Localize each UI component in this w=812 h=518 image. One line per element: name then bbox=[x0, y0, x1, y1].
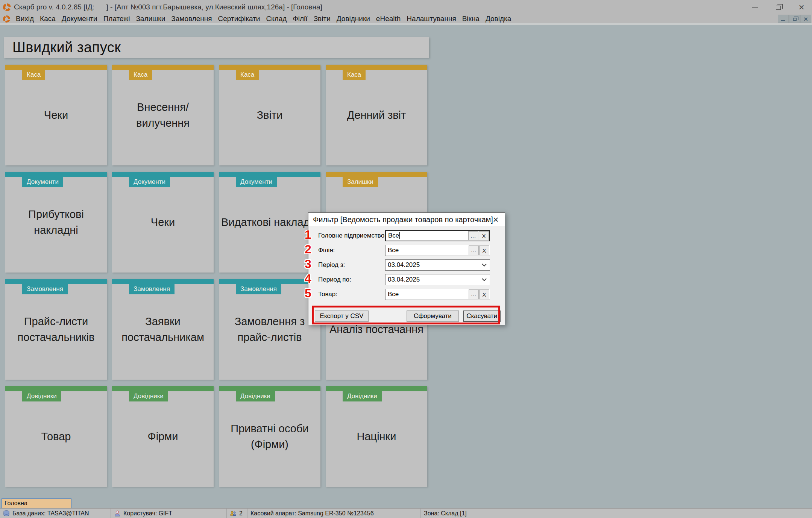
lookup-more-button[interactable]: ... bbox=[468, 231, 478, 240]
quick-launch-tile[interactable]: Документи Прибуткові накладні bbox=[5, 172, 107, 273]
mdi-restore-icon[interactable] bbox=[789, 15, 800, 23]
status-user-text: Користувач: GIFT bbox=[123, 510, 172, 517]
field-value[interactable]: Все bbox=[386, 245, 469, 256]
lookup-clear-button[interactable]: X bbox=[479, 289, 489, 299]
page-title: Швидкий запуск bbox=[4, 37, 429, 58]
dialog-title: Фильтр [Ведомость продажи товаров по кар… bbox=[308, 215, 493, 224]
quick-launch-tile[interactable]: Каса Внесення/вилучення bbox=[112, 65, 214, 165]
field-input[interactable]: Все ... X bbox=[385, 245, 490, 256]
lookup-clear-button[interactable]: X bbox=[479, 231, 489, 240]
field-input[interactable]: Все ... X bbox=[385, 289, 490, 300]
field-label: Товар: bbox=[318, 289, 337, 300]
tile-label: Прайс-листи постачальників bbox=[5, 279, 107, 380]
tile-label: Фірми bbox=[112, 386, 214, 487]
quick-launch-tile[interactable]: Каса Звіти bbox=[219, 65, 320, 165]
tile-label: Денний звіт bbox=[326, 65, 427, 165]
restore-icon[interactable] bbox=[773, 2, 783, 12]
mdi-close-icon[interactable]: × bbox=[800, 15, 811, 23]
status-cash-register: Касовий апарат: Samsung ER-350 №123456 bbox=[247, 509, 420, 518]
generate-button[interactable]: Сформувати bbox=[407, 310, 459, 322]
menu-item[interactable]: Залишки bbox=[133, 15, 168, 23]
menu-item[interactable]: Склад bbox=[263, 15, 290, 23]
quick-launch-tile[interactable]: Каса Денний звіт bbox=[326, 65, 427, 165]
menu-item[interactable]: Звіти bbox=[311, 15, 334, 23]
status-database-text: База даних: TASA3@TITAN bbox=[12, 510, 89, 517]
minimize-icon[interactable] bbox=[750, 2, 760, 12]
lookup-clear-button[interactable]: X bbox=[479, 245, 489, 255]
lookup-more-button[interactable]: ... bbox=[469, 289, 479, 299]
mdi-child-logo-icon bbox=[3, 15, 10, 23]
dialog-titlebar[interactable]: Фильтр [Ведомость продажи товаров по кар… bbox=[308, 213, 505, 226]
filter-dialog: Фильтр [Ведомость продажи товаров по кар… bbox=[308, 212, 505, 325]
field-value[interactable]: Все bbox=[386, 289, 469, 300]
lookup-more-button[interactable]: ... bbox=[469, 245, 479, 255]
menu-item[interactable]: Вихід bbox=[13, 15, 37, 23]
status-database: База даних: TASA3@TITAN bbox=[0, 509, 111, 518]
menu-item[interactable]: Каса bbox=[37, 15, 59, 23]
app-logo-icon bbox=[3, 3, 11, 11]
quick-launch-tile[interactable]: Документи Чеки bbox=[112, 172, 214, 273]
tile-label: Звіти bbox=[219, 65, 320, 165]
export-csv-button[interactable]: Експорт у CSV bbox=[315, 310, 369, 322]
quick-launch-tile[interactable]: Довідники Приватні особи (Фірми) bbox=[219, 386, 320, 487]
tile-label: Товар bbox=[5, 386, 107, 487]
window-controls: × bbox=[750, 0, 807, 14]
status-zone-text: Зона: Склад [1] bbox=[424, 510, 467, 517]
quick-launch-tile[interactable]: Довідники Товар bbox=[5, 386, 107, 487]
tile-label: Внесення/вилучення bbox=[112, 65, 214, 165]
menu-item[interactable]: Філії bbox=[290, 15, 310, 23]
database-icon bbox=[3, 510, 10, 517]
field-value[interactable]: 03.04.2025 bbox=[386, 260, 478, 270]
users-group-icon bbox=[230, 510, 237, 517]
quick-launch-tile[interactable]: Довідники Націнки bbox=[326, 386, 427, 487]
quick-launch-tile[interactable]: Довідники Фірми bbox=[112, 386, 214, 487]
chevron-down-icon bbox=[482, 262, 487, 267]
menu-item[interactable]: Довідники bbox=[334, 15, 373, 23]
menu-item[interactable]: Довідка bbox=[483, 15, 514, 23]
menu-item[interactable]: Налаштування bbox=[404, 15, 459, 23]
field-value[interactable]: Все bbox=[386, 231, 468, 241]
field-label: Філія: bbox=[318, 245, 335, 256]
tile-label: Націнки bbox=[326, 386, 427, 487]
dialog-field-row: 3 Період з: 03.04.2025 bbox=[308, 259, 505, 271]
dropdown-button[interactable] bbox=[478, 260, 490, 270]
annotation-number: 1 bbox=[305, 228, 311, 242]
tile-label: Чеки bbox=[5, 65, 107, 165]
field-input[interactable]: 03.04.2025 bbox=[385, 274, 490, 285]
close-icon[interactable]: × bbox=[796, 2, 807, 12]
window-title: Скарб pro v. 4.0.2.85 [ІД: ] - [Апт №003… bbox=[14, 3, 322, 11]
field-input[interactable]: Все ... X bbox=[385, 230, 490, 241]
menu-item[interactable]: Замовлення bbox=[168, 15, 215, 23]
menu-item[interactable]: Сертифікати bbox=[215, 15, 263, 23]
status-connections: 2 bbox=[227, 509, 247, 518]
field-label: Период по: bbox=[318, 274, 351, 285]
quick-launch-tile[interactable]: Замовлення Заявки постачальникам bbox=[112, 279, 214, 380]
chevron-down-icon bbox=[482, 276, 487, 281]
tile-label: Чеки bbox=[112, 172, 214, 273]
window-titlebar: Скарб pro v. 4.0.2.85 [ІД: ] - [Апт №003… bbox=[0, 0, 812, 14]
status-user: Користувач: GIFT bbox=[111, 509, 226, 518]
menu-item[interactable]: eHealth bbox=[373, 15, 404, 23]
tile-label: Прибуткові накладні bbox=[5, 172, 107, 273]
quick-launch-tile[interactable]: Каса Чеки bbox=[5, 65, 107, 165]
mdi-minimize-icon[interactable] bbox=[778, 15, 789, 23]
cancel-button[interactable]: Скасувати bbox=[463, 310, 501, 322]
field-value[interactable]: 03.04.2025 bbox=[386, 274, 478, 285]
dialog-field-row: 2 Філія: Все ... X bbox=[308, 245, 505, 256]
dropdown-button[interactable] bbox=[478, 274, 490, 285]
tab-home[interactable]: Головна bbox=[2, 498, 71, 509]
text-cursor bbox=[399, 232, 400, 239]
menu-item[interactable]: Платежі bbox=[100, 15, 133, 23]
status-bar: База даних: TASA3@TITAN Користувач: GIFT… bbox=[0, 508, 812, 518]
menu-item[interactable]: Документи bbox=[59, 15, 100, 23]
user-icon bbox=[114, 510, 121, 517]
field-label: Головне підприемство: bbox=[318, 230, 386, 241]
dialog-close-icon[interactable]: × bbox=[488, 213, 503, 226]
menu-item[interactable]: Вікна bbox=[459, 15, 483, 23]
quick-launch-panel: Швидкий запуск bbox=[4, 37, 429, 58]
menu-divider bbox=[0, 23, 812, 25]
tile-label: Заявки постачальникам bbox=[112, 279, 214, 380]
annotation-number: 3 bbox=[305, 257, 311, 271]
field-input[interactable]: 03.04.2025 bbox=[385, 259, 490, 271]
quick-launch-tile[interactable]: Замовлення Прайс-листи постачальників bbox=[5, 279, 107, 380]
